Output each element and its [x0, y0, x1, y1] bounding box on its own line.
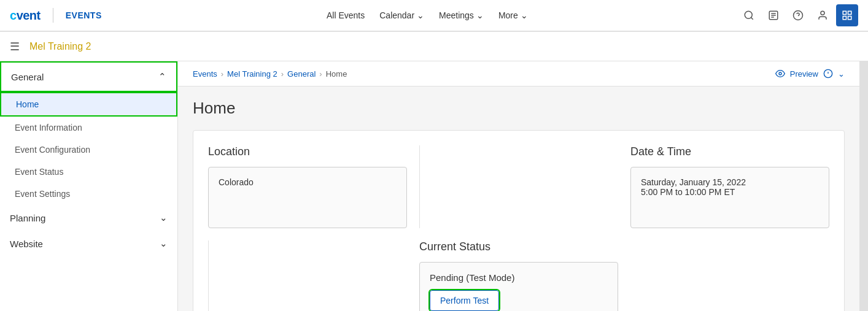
- sidebar-item-event-settings[interactable]: Event Settings: [0, 183, 177, 205]
- page-content: Home Location Colorado Date & Time Satur…: [178, 86, 859, 311]
- location-card: Location Colorado: [208, 145, 407, 228]
- perform-test-button[interactable]: Perform Test: [430, 290, 499, 311]
- breadcrumb-sep-3: ›: [319, 69, 322, 79]
- logo-text: cvent: [10, 9, 41, 23]
- status-card: Current Status Pending (Test Mode) Perfo…: [419, 240, 618, 311]
- logo: cvent EVENTS: [10, 8, 102, 23]
- user-button[interactable]: [812, 4, 834, 26]
- breadcrumb-current: Home: [326, 69, 347, 79]
- grid-button[interactable]: [836, 4, 858, 26]
- chevron-down-icon: ⌄: [417, 10, 424, 20]
- main-layout: General ⌃ Home Event Information Event C…: [0, 61, 868, 311]
- cards-row: Location Colorado Date & Time Saturday, …: [193, 130, 845, 311]
- user-icon: [817, 10, 828, 21]
- help-button[interactable]: [787, 4, 809, 26]
- help-icon: [792, 10, 804, 21]
- breadcrumb-actions[interactable]: Preview ⌄: [775, 69, 845, 79]
- sidebar: General ⌃ Home Event Information Event C…: [0, 61, 178, 311]
- chevron-up-icon: ⌃: [158, 71, 166, 82]
- nav-more[interactable]: More ⌄: [498, 10, 528, 20]
- card-divider-1: [419, 145, 420, 228]
- svg-rect-9: [843, 11, 846, 14]
- sidebar-item-event-status[interactable]: Event Status: [0, 161, 177, 183]
- datetime-line2: 5:00 PM to 10:00 PM ET: [641, 187, 819, 197]
- hamburger-button[interactable]: ☰: [10, 40, 20, 53]
- logo-vent: vent: [17, 9, 41, 22]
- sub-header: ☰ Mel Training 2: [0, 32, 868, 61]
- search-icon: [743, 10, 754, 21]
- report-icon: [768, 10, 779, 21]
- hamburger-icon: ☰: [10, 40, 20, 53]
- chevron-down-icon: ⌄: [838, 69, 845, 79]
- sidebar-section-website[interactable]: Website ⌄: [0, 231, 177, 256]
- sidebar-section-general-label: General: [11, 72, 44, 82]
- svg-point-0: [745, 11, 752, 18]
- sidebar-section-planning-label: Planning: [10, 213, 45, 223]
- top-nav: cvent EVENTS All Events Calendar ⌄ Meeti…: [0, 0, 868, 32]
- nav-meetings[interactable]: Meetings ⌄: [439, 10, 484, 20]
- report-button[interactable]: [762, 4, 785, 26]
- svg-point-8: [821, 11, 824, 15]
- sidebar-item-event-configuration[interactable]: Event Configuration: [0, 139, 177, 161]
- datetime-value: Saturday, January 15, 2022 5:00 PM to 10…: [630, 167, 829, 228]
- breadcrumb: Events › Mel Training 2 › General › Home: [193, 69, 347, 79]
- svg-rect-10: [848, 11, 851, 14]
- sidebar-section-planning[interactable]: Planning ⌄: [0, 205, 177, 231]
- location-label: Location: [208, 145, 407, 158]
- datetime-card: Date & Time Saturday, January 15, 2022 5…: [630, 145, 829, 228]
- nav-calendar[interactable]: Calendar ⌄: [379, 10, 424, 20]
- logo-c: c: [10, 9, 17, 22]
- nav-all-events[interactable]: All Events: [327, 10, 365, 20]
- sidebar-section-general[interactable]: General ⌃: [0, 61, 177, 92]
- preview-label[interactable]: Preview: [790, 69, 818, 79]
- page-title: Home: [193, 99, 845, 118]
- card-divider-2: [208, 240, 209, 311]
- nav-icon-group: [738, 4, 858, 26]
- chevron-down-icon: ⌄: [476, 10, 484, 20]
- chevron-down-icon: ⌄: [160, 238, 168, 249]
- breadcrumb-general[interactable]: General: [287, 69, 316, 79]
- breadcrumb-events[interactable]: Events: [193, 69, 217, 79]
- svg-point-13: [779, 72, 781, 75]
- nav-links: All Events Calendar ⌄ Meetings ⌄ More ⌄: [117, 10, 738, 20]
- chevron-down-icon: ⌄: [521, 10, 528, 20]
- datetime-line1: Saturday, January 15, 2022: [641, 177, 819, 187]
- location-value: Colorado: [208, 167, 407, 228]
- svg-rect-12: [848, 17, 851, 20]
- eye-icon: [775, 69, 785, 79]
- breadcrumb-sep-1: ›: [221, 69, 223, 79]
- status-badge: Pending (Test Mode): [430, 272, 608, 283]
- sidebar-item-home[interactable]: Home: [0, 92, 177, 117]
- breadcrumb-bar: Events › Mel Training 2 › General › Home…: [178, 61, 859, 86]
- sub-header-title: Mel Training 2: [29, 41, 91, 52]
- datetime-label: Date & Time: [630, 145, 829, 158]
- events-label: EVENTS: [66, 10, 102, 20]
- svg-line-1: [751, 17, 753, 19]
- info-icon: [823, 69, 833, 79]
- sidebar-item-event-information[interactable]: Event Information: [0, 117, 177, 139]
- breadcrumb-sep-2: ›: [281, 69, 284, 79]
- nav-divider: [53, 8, 53, 23]
- grid-icon: [842, 10, 853, 21]
- scrollbar-track[interactable]: [859, 61, 868, 311]
- svg-rect-11: [843, 17, 846, 20]
- main-content: Events › Mel Training 2 › General › Home…: [178, 61, 859, 311]
- sidebar-section-website-label: Website: [10, 239, 43, 249]
- breadcrumb-mel-training[interactable]: Mel Training 2: [227, 69, 277, 79]
- search-button[interactable]: [738, 4, 760, 26]
- status-box: Pending (Test Mode) Perform Test Need he…: [419, 262, 618, 311]
- status-label: Current Status: [419, 240, 618, 253]
- chevron-down-icon: ⌄: [160, 212, 168, 223]
